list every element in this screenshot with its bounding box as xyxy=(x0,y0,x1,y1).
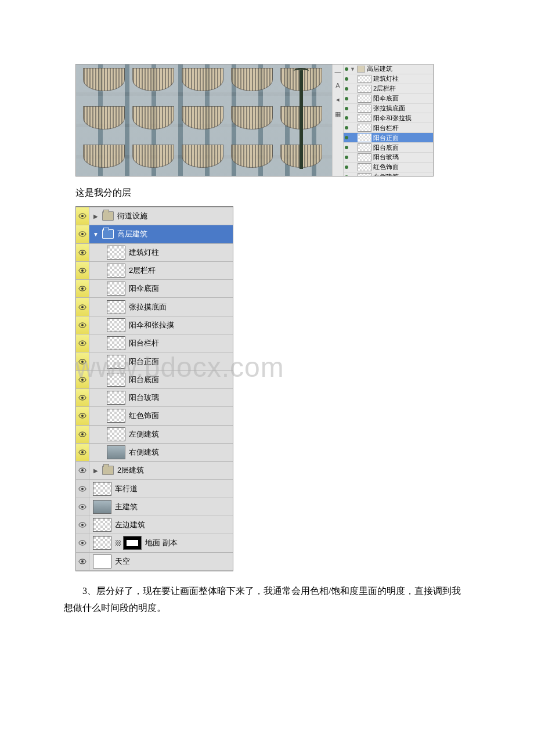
layer-label: 地面 副本 xyxy=(145,538,178,548)
chevron-right-icon[interactable]: ▶ xyxy=(93,213,99,219)
mini-layer-label: 左侧建筑 xyxy=(373,172,399,176)
mini-layer-row[interactable]: 阳伞和张拉摸 xyxy=(344,113,433,123)
layer-thumbnail xyxy=(107,427,125,441)
mini-layer-row[interactable]: 左侧建筑 xyxy=(344,172,433,176)
visibility-toggle[interactable] xyxy=(76,280,89,297)
layer-row[interactable]: 左侧建筑 xyxy=(76,426,233,444)
mini-layer-row[interactable]: 2层栏杆 xyxy=(344,84,433,94)
folder-icon xyxy=(102,229,114,239)
layer-label: 阳台正面 xyxy=(129,357,159,367)
layer-row-body: 建筑灯柱 xyxy=(89,244,233,261)
layer-row[interactable]: 红色饰面 xyxy=(76,407,233,425)
layer-thumb xyxy=(358,85,371,93)
svg-point-33 xyxy=(81,506,84,508)
chevron-right-icon[interactable]: ▶ xyxy=(93,467,99,474)
layer-row-body: 阳台正面 xyxy=(89,352,233,370)
svg-point-21 xyxy=(81,397,84,399)
layer-label: 红色饰面 xyxy=(129,411,159,421)
chevron-down-icon[interactable]: ▼ xyxy=(93,231,99,237)
side-tools: — A ◂ ▦ xyxy=(332,64,343,176)
mini-layer-row[interactable]: 红色饰面 xyxy=(344,163,433,172)
visibility-toggle[interactable] xyxy=(76,225,89,243)
layer-label: 左边建筑 xyxy=(115,520,145,530)
visibility-toggle[interactable] xyxy=(76,407,89,424)
layer-group-row[interactable]: ▼高层建筑 xyxy=(76,225,233,243)
layer-label: 街道设施 xyxy=(117,211,147,221)
layer-row-body: ⛓地面 副本 xyxy=(89,534,233,552)
layer-label: 建筑灯柱 xyxy=(129,247,159,258)
visibility-toggle[interactable] xyxy=(76,352,89,370)
visibility-toggle[interactable] xyxy=(76,426,89,443)
svg-point-23 xyxy=(81,415,84,417)
visibility-toggle[interactable] xyxy=(76,462,89,479)
visibility-toggle[interactable] xyxy=(76,316,89,334)
visibility-toggle[interactable] xyxy=(76,262,89,279)
expand-icon: ▼ xyxy=(350,66,355,72)
visibility-toggle[interactable] xyxy=(76,334,89,352)
layer-row[interactable]: 2层栏杆 xyxy=(76,262,233,280)
visibility-toggle[interactable] xyxy=(76,298,89,315)
layer-label: 阳台底面 xyxy=(129,375,159,385)
layer-thumbnail xyxy=(107,300,125,314)
visibility-toggle[interactable] xyxy=(76,480,89,497)
mini-layer-row[interactable]: 张拉摸底面 xyxy=(344,104,433,114)
mini-layer-row[interactable]: 阳台正面 xyxy=(344,133,433,143)
layer-group-row[interactable]: ▶街道设施 xyxy=(76,207,233,225)
layer-label: 左侧建筑 xyxy=(129,429,159,440)
layer-row[interactable]: ⛓地面 副本 xyxy=(76,534,233,552)
svg-point-15 xyxy=(81,342,84,344)
layer-row[interactable]: 张拉摸底面 xyxy=(76,298,233,316)
layer-row-body: 阳伞和张拉摸 xyxy=(89,316,233,334)
layer-group-row[interactable]: ▶2层建筑 xyxy=(76,462,233,480)
layer-row[interactable]: 阳伞和张拉摸 xyxy=(76,316,233,334)
visibility-toggle[interactable] xyxy=(76,389,89,406)
layer-label: 阳台玻璃 xyxy=(129,393,159,403)
layer-row[interactable]: 阳台栏杆 xyxy=(76,334,233,352)
mini-layer-row[interactable]: 阳台栏杆 xyxy=(344,123,433,133)
layer-thumbnail xyxy=(107,318,125,332)
layer-thumbnail xyxy=(107,391,125,405)
layer-row[interactable]: 阳台正面 xyxy=(76,352,233,370)
layer-row-body: ▼高层建筑 xyxy=(89,225,233,243)
visibility-toggle[interactable] xyxy=(76,553,89,570)
layer-label: 阳伞底面 xyxy=(129,283,159,294)
mini-layer-label: 阳台玻璃 xyxy=(373,153,399,161)
visibility-toggle[interactable] xyxy=(76,371,89,388)
tool-icon: ◂ xyxy=(336,96,340,103)
layer-row-body: 红色饰面 xyxy=(89,407,233,424)
layer-row[interactable]: 阳台玻璃 xyxy=(76,389,233,407)
layer-row[interactable]: 主建筑 xyxy=(76,498,233,516)
visibility-toggle[interactable] xyxy=(76,444,89,461)
layer-row[interactable]: 阳伞底面 xyxy=(76,280,233,298)
mini-layer-row[interactable]: 阳台玻璃 xyxy=(344,153,433,163)
layer-row[interactable]: 阳台底面 xyxy=(76,371,233,389)
layer-thumb xyxy=(358,163,371,171)
layer-row-body: 右侧建筑 xyxy=(89,444,233,461)
layer-row[interactable]: 右侧建筑 xyxy=(76,444,233,462)
visibility-toggle[interactable] xyxy=(76,516,89,534)
layer-row[interactable]: 天空 xyxy=(76,553,233,571)
visibility-toggle[interactable] xyxy=(76,498,89,516)
layer-row[interactable]: 左边建筑 xyxy=(76,516,233,534)
layer-label: 阳伞和张拉摸 xyxy=(129,320,174,330)
layer-row-body: 张拉摸底面 xyxy=(89,298,233,315)
svg-point-1 xyxy=(81,215,84,217)
layer-thumbnail xyxy=(107,246,125,260)
mini-layer-row[interactable]: 阳伞底面 xyxy=(344,94,433,104)
mini-layer-label: 红色饰面 xyxy=(373,163,399,171)
visibility-toggle[interactable] xyxy=(76,207,89,225)
visibility-toggle[interactable] xyxy=(76,534,89,552)
layer-label: 2层建筑 xyxy=(117,465,144,476)
layer-row[interactable]: 建筑灯柱 xyxy=(76,244,233,262)
mini-layer-label: 阳台栏杆 xyxy=(373,124,399,132)
mini-layer-row[interactable]: 建筑灯柱 xyxy=(344,74,433,84)
svg-point-7 xyxy=(81,269,84,272)
visibility-toggle[interactable] xyxy=(76,244,89,261)
mini-group-row[interactable]: ▼高层建筑 xyxy=(344,64,433,74)
svg-point-19 xyxy=(81,379,84,381)
layer-row[interactable]: 车行道 xyxy=(76,480,233,498)
mini-layer-label: 张拉摸底面 xyxy=(373,104,405,113)
mini-layer-row[interactable]: 阳台底面 xyxy=(344,143,433,153)
building-photo xyxy=(76,64,332,176)
paragraph-step-3: 3、层分好了，现在要让画面整体暗下来了，我通常会用色相/饱和度里面的明度，直接调… xyxy=(64,583,470,617)
